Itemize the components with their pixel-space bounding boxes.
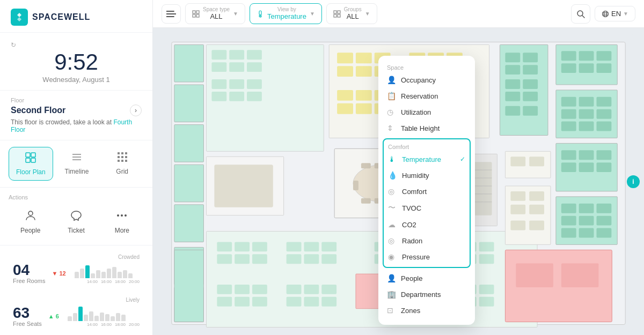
svg-rect-145 bbox=[217, 242, 232, 251]
search-button[interactable] bbox=[571, 4, 590, 24]
tab-floor-plan[interactable]: Floor Plan bbox=[9, 147, 53, 181]
svg-rect-106 bbox=[596, 51, 611, 61]
groups-value: ALL bbox=[347, 12, 359, 20]
groups-filter[interactable]: Groups ALL ▼ bbox=[326, 3, 377, 24]
humidity-icon: 💧 bbox=[388, 171, 397, 180]
svg-rect-130 bbox=[596, 216, 611, 226]
svg-rect-128 bbox=[561, 216, 576, 226]
svg-rect-173 bbox=[217, 297, 232, 307]
comfort-option[interactable]: ◎ Comfort bbox=[384, 183, 470, 199]
logo-text: SPACEWELL bbox=[32, 12, 90, 22]
svg-rect-170 bbox=[217, 285, 232, 294]
free-seats-label: Free Seats bbox=[13, 321, 42, 327]
comfort-icon: ◎ bbox=[388, 187, 397, 196]
svg-rect-33 bbox=[338, 14, 340, 17]
svg-rect-119 bbox=[561, 150, 576, 160]
radon-icon: ◎ bbox=[388, 236, 397, 245]
utilization-icon: ◷ bbox=[387, 108, 396, 116]
people-option-icon: 👤 bbox=[387, 274, 396, 282]
tvoc-option[interactable]: 〜 TVOC bbox=[384, 199, 470, 217]
utilization-option[interactable]: ◷ Utilization bbox=[378, 104, 475, 120]
svg-rect-51 bbox=[229, 50, 244, 59]
svg-point-16 bbox=[28, 211, 33, 215]
svg-rect-147 bbox=[252, 242, 267, 251]
radon-option[interactable]: ◎ Radon bbox=[384, 233, 470, 249]
refresh-icon[interactable]: ↻ bbox=[11, 41, 142, 49]
svg-rect-26 bbox=[196, 14, 199, 17]
svg-rect-108 bbox=[579, 63, 594, 73]
svg-rect-110 bbox=[561, 97, 576, 107]
reservation-option[interactable]: 📋 Reservation bbox=[378, 88, 475, 104]
floor-navigate-button[interactable]: › bbox=[130, 105, 142, 116]
menu-toggle-button[interactable] bbox=[162, 4, 181, 24]
svg-rect-150 bbox=[252, 254, 267, 264]
svg-rect-126 bbox=[579, 204, 594, 213]
view-by-chevron: ▼ bbox=[310, 11, 315, 17]
space-type-filter[interactable]: Space type ALL ▼ bbox=[185, 3, 245, 24]
occupancy-option[interactable]: 👤 Occupancy bbox=[378, 72, 475, 88]
space-type-value: ALL bbox=[210, 12, 222, 20]
svg-rect-97 bbox=[523, 92, 538, 101]
zones-option[interactable]: ⊡ Zones bbox=[378, 302, 475, 318]
svg-point-36 bbox=[603, 11, 609, 17]
departments-option[interactable]: 🏢 Departments bbox=[378, 286, 475, 302]
svg-rect-133 bbox=[596, 228, 611, 238]
svg-rect-10 bbox=[118, 156, 120, 158]
temperature-option[interactable]: 🌡 Temperature ✓ bbox=[384, 151, 470, 167]
svg-rect-111 bbox=[579, 97, 594, 107]
svg-rect-171 bbox=[235, 285, 250, 294]
co2-option[interactable]: ☁ CO2 bbox=[384, 217, 470, 233]
svg-rect-177 bbox=[304, 285, 319, 294]
info-button[interactable]: i bbox=[627, 175, 640, 188]
svg-rect-174 bbox=[235, 297, 250, 307]
people-action-label: People bbox=[20, 227, 40, 234]
svg-rect-169 bbox=[479, 254, 494, 264]
svg-rect-69 bbox=[356, 66, 372, 77]
svg-rect-121 bbox=[596, 150, 611, 160]
svg-rect-204 bbox=[510, 205, 525, 214]
svg-rect-120 bbox=[579, 150, 594, 160]
people-option[interactable]: 👤 People bbox=[378, 270, 475, 286]
ticket-action-button[interactable]: Ticket bbox=[54, 205, 98, 239]
free-rooms-label: Free Rooms bbox=[13, 278, 46, 284]
ticket-icon bbox=[70, 209, 83, 225]
table-height-option[interactable]: ⇕ Table Height bbox=[378, 120, 475, 136]
language-button[interactable]: EN ▼ bbox=[595, 6, 635, 21]
svg-rect-93 bbox=[523, 65, 538, 75]
chart-times-2: 14:0016:0018:0020:00 bbox=[68, 322, 140, 327]
svg-rect-112 bbox=[596, 97, 611, 107]
svg-rect-66 bbox=[356, 53, 372, 63]
svg-rect-190 bbox=[561, 263, 599, 287]
svg-rect-127 bbox=[596, 204, 611, 213]
tab-grid-label: Grid bbox=[116, 168, 128, 175]
people-action-button[interactable]: People bbox=[9, 205, 52, 239]
svg-rect-24 bbox=[196, 11, 199, 13]
svg-rect-184 bbox=[479, 285, 494, 294]
more-action-button[interactable]: More bbox=[100, 205, 144, 239]
humidity-option[interactable]: 💧 Humidity bbox=[384, 167, 470, 183]
svg-rect-27 bbox=[259, 11, 261, 15]
reservation-icon: 📋 bbox=[387, 92, 396, 100]
svg-rect-117 bbox=[579, 122, 594, 131]
pressure-icon: ◉ bbox=[388, 252, 397, 261]
svg-rect-179 bbox=[287, 297, 302, 307]
svg-point-37 bbox=[604, 11, 607, 17]
svg-rect-59 bbox=[211, 92, 226, 101]
svg-point-17 bbox=[117, 214, 119, 217]
stats-section: Crowded 04 Free Rooms ▼ 12 bbox=[0, 245, 152, 335]
filter-group: Space type ALL ▼ View by Temperature ▼ G… bbox=[185, 3, 567, 24]
tab-floor-plan-label: Floor Plan bbox=[16, 168, 46, 176]
svg-rect-68 bbox=[337, 66, 353, 77]
svg-rect-45 bbox=[174, 165, 204, 202]
view-by-dropdown: Space 👤 Occupancy 📋 Reservation ◷ Utiliz… bbox=[378, 56, 475, 325]
tab-timeline[interactable]: Timeline bbox=[55, 147, 99, 181]
svg-rect-96 bbox=[505, 92, 520, 101]
pressure-option[interactable]: ◉ Pressure bbox=[384, 249, 470, 265]
temperature-icon: 🌡 bbox=[388, 155, 397, 163]
svg-rect-53 bbox=[211, 62, 226, 72]
main-content: Space type ALL ▼ View by Temperature ▼ G… bbox=[153, 0, 644, 335]
floor-plan-area: Space 👤 Occupancy 📋 Reservation ◷ Utiliz… bbox=[153, 28, 644, 335]
svg-rect-206 bbox=[510, 221, 525, 230]
tab-grid[interactable]: Grid bbox=[100, 147, 144, 181]
view-by-filter[interactable]: View by Temperature ▼ bbox=[250, 3, 322, 24]
